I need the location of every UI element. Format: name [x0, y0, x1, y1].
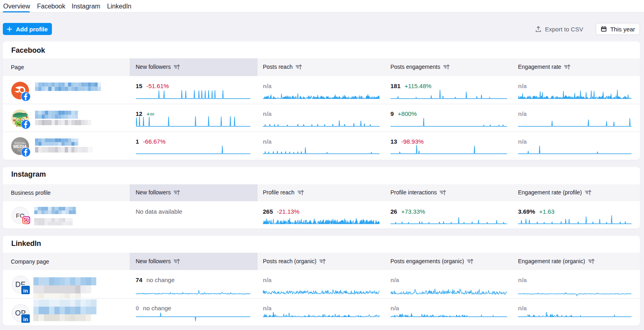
svg-text:in: in: [23, 316, 28, 322]
svg-text:in: in: [23, 288, 28, 294]
